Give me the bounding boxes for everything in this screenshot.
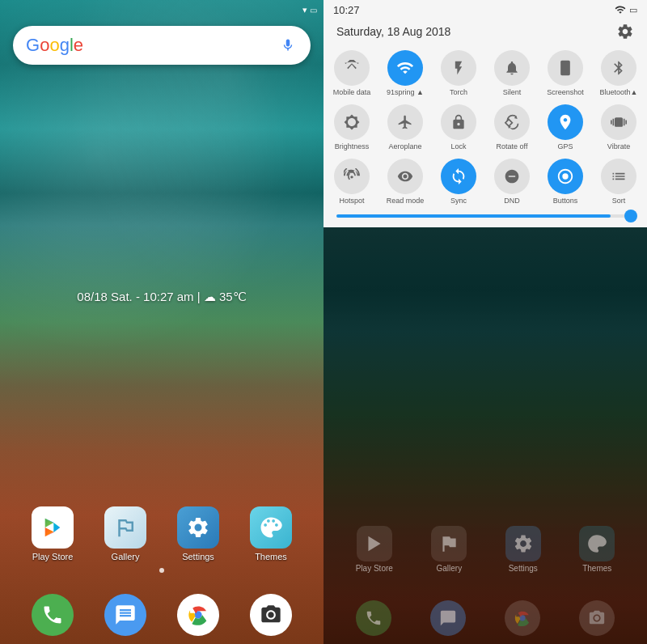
tile-sync[interactable]: Sync (436, 155, 481, 208)
tile-wifi[interactable]: 91spring ▲ (383, 47, 428, 100)
tile-gps-label: GPS (557, 142, 573, 150)
tile-sort[interactable]: Sort (596, 155, 641, 208)
search-bar[interactable]: G o o g l e (13, 26, 311, 65)
tile-buttons-icon (548, 159, 583, 194)
page-dot-active (159, 568, 164, 573)
tile-vibrate-icon (601, 104, 636, 140)
tile-wifi-label: 91spring ▲ (387, 88, 424, 96)
qs-header: Saturday, 18 Aug 2018 (324, 19, 647, 47)
playstore-icon (32, 506, 74, 549)
mic-icon[interactable] (278, 36, 298, 55)
google-g-blue2: g (60, 35, 70, 56)
qs-time: 10:27 (333, 4, 360, 16)
wifi-icon (615, 4, 626, 15)
tile-torch[interactable]: Torch (436, 47, 481, 100)
dimmed-gallery-icon (431, 526, 467, 561)
dimmed-phone (356, 600, 391, 636)
tile-wifi-icon (387, 50, 423, 86)
dimmed-app-row: Play Store Gallery (324, 526, 647, 573)
dimmed-playstore: Play Store (356, 526, 393, 573)
google-g-red: o (40, 35, 49, 56)
tile-buttons[interactable]: Buttons (543, 155, 588, 208)
tile-aeroplane-label: Aeroplane (388, 142, 421, 150)
bottom-dock (0, 586, 324, 644)
settings-icon (177, 506, 219, 549)
tile-readmode-label: Read mode (387, 197, 425, 205)
app-grid: Play Store Gallery Settings (0, 506, 324, 561)
qs-tiles-row2: Brightness Aeroplane Lock (324, 101, 647, 154)
tile-brightness-icon (334, 104, 370, 140)
status-icons-left: ▾ ▭ (302, 5, 317, 15)
datetime-widget: 08/18 Sat. - 10:27 am | ☁ 35℃ (0, 290, 324, 304)
tile-mobile-data-label: Mobile data (333, 88, 371, 96)
tile-rotate-label: Rotate off (497, 142, 528, 150)
svg-point-1 (562, 173, 568, 179)
google-g-yellow: o (49, 35, 59, 56)
tile-gps[interactable]: GPS (543, 101, 588, 154)
status-bar-left: ▾ ▭ (0, 0, 324, 19)
page-dots (0, 568, 324, 573)
app-settings[interactable]: Settings (177, 506, 219, 561)
tile-hotspot[interactable]: Hotspot (329, 155, 374, 208)
tile-aeroplane[interactable]: Aeroplane (383, 101, 428, 154)
settings-label: Settings (182, 552, 214, 561)
dimmed-homescreen: Play Store Gallery (324, 227, 647, 644)
dimmed-overlay (324, 227, 647, 644)
dimmed-playstore-label: Play Store (356, 564, 393, 573)
app-dock-area: Play Store Gallery Settings (0, 506, 324, 579)
tile-brightness[interactable]: Brightness (329, 101, 374, 154)
tile-screenshot-label: Screenshot (547, 88, 584, 96)
quick-settings-panel: 10:27 ▭ Saturday, 18 Aug 2018 (324, 0, 647, 227)
tile-sync-label: Sync (450, 197, 467, 205)
datetime-text: 08/18 Sat. - 10:27 am | ☁ 35℃ (77, 290, 246, 303)
tile-vibrate-label: Vibrate (607, 142, 630, 150)
wifi-icon-left: ▾ (302, 5, 307, 15)
qs-tiles-row1: Mobile data 91spring ▲ Torch (324, 47, 647, 100)
battery-qs: ▭ (629, 5, 637, 15)
tile-brightness-label: Brightness (335, 142, 370, 150)
tile-rotate[interactable]: Rotate off (489, 101, 535, 154)
app-playstore[interactable]: Play Store (32, 506, 74, 561)
qs-date: Saturday, 18 Aug 2018 (336, 25, 450, 38)
dimmed-themes-icon (579, 526, 615, 561)
dimmed-playstore-icon (357, 526, 392, 561)
dimmed-settings-icon (505, 526, 541, 561)
dimmed-themes: Themes (579, 526, 615, 573)
right-panel: 10:27 ▭ Saturday, 18 Aug 2018 (324, 0, 647, 644)
tile-bluetooth[interactable]: Bluetooth▲ (596, 47, 641, 100)
tile-mobile-data-icon (334, 50, 370, 86)
tile-sync-icon (441, 159, 476, 194)
brightness-slider[interactable] (336, 214, 634, 218)
tile-silent[interactable]: Silent (489, 47, 535, 100)
tile-sort-label: Sort (612, 197, 626, 205)
gallery-icon (104, 506, 146, 549)
dock-camera[interactable] (250, 594, 292, 636)
dimmed-messages (430, 600, 466, 636)
dock-phone[interactable] (32, 594, 74, 636)
dock-chrome[interactable] (177, 594, 219, 636)
tile-dnd[interactable]: DND (489, 155, 535, 208)
brightness-thumb (624, 210, 637, 222)
google-logo: G o o g l e (26, 35, 278, 56)
tile-lock[interactable]: Lock (436, 101, 481, 154)
dimmed-app-area: Play Store Gallery (324, 526, 647, 579)
qs-status-icons: ▭ (615, 4, 637, 15)
tile-readmode[interactable]: Read mode (383, 155, 428, 208)
tile-screenshot[interactable]: Screenshot (543, 47, 588, 100)
tile-silent-label: Silent (503, 88, 522, 96)
tile-dnd-icon (494, 159, 530, 194)
tile-vibrate[interactable]: Vibrate (596, 101, 641, 154)
battery-icon-left: ▭ (310, 6, 317, 15)
gallery-label: Gallery (112, 552, 140, 561)
settings-gear-icon[interactable] (616, 23, 634, 40)
tile-mobile-data[interactable]: Mobile data (329, 47, 374, 100)
app-gallery[interactable]: Gallery (104, 506, 146, 561)
themes-icon (250, 506, 292, 549)
tile-silent-icon (494, 50, 530, 86)
themes-label: Themes (255, 552, 287, 561)
app-themes[interactable]: Themes (250, 506, 292, 561)
tile-readmode-icon (387, 159, 423, 194)
tile-torch-icon (441, 50, 476, 86)
dimmed-gallery: Gallery (431, 526, 467, 573)
dock-messages[interactable] (104, 594, 146, 636)
